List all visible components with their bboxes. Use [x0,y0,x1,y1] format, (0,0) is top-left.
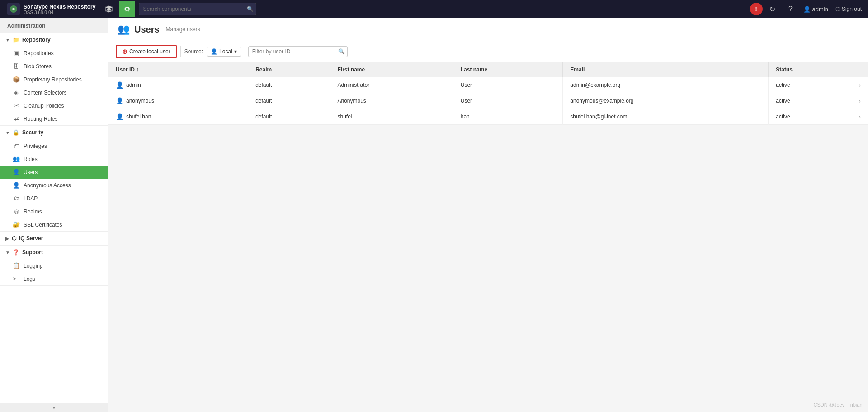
content-area: 👥 Users Manage users ⊕ Create local user… [108,18,868,412]
refresh-icon-btn[interactable]: ↻ [764,1,781,17]
cell-realm: default [248,77,330,93]
cell-user-id: 👤 admin [108,77,248,93]
caret-iq: ▶ [5,236,9,241]
row-user-icon: 👤 [116,97,123,104]
sidebar-item-ssl-certificates[interactable]: 🔐 SSL Certificates [0,218,108,231]
table-row[interactable]: 👤 shufei.han default shufei han shufei.h… [108,109,868,125]
topnav-right: ! ↻ ? 👤 admin ⬡ Sign out [750,1,864,17]
col-first-name[interactable]: First name [330,62,453,77]
cell-status: active [769,77,851,93]
source-user-icon: 👤 [211,48,217,55]
topnav: Sonatype Nexus Repository OSS 3.68.0-04 … [0,0,868,18]
col-action [851,62,868,77]
security-group-icon: 🔒 [13,129,19,136]
col-realm[interactable]: Realm [248,62,330,77]
cleanup-icon: ✂ [13,102,20,109]
brand-icon [7,3,20,15]
sidebar-group-label-repository: Repository [22,37,51,43]
cell-row-arrow[interactable]: › [851,77,868,93]
source-value: Local [219,48,232,55]
sidebar-item-repositories[interactable]: ▣ Repositories [0,47,108,60]
search-bar: 🔍 [139,3,256,15]
signout-icon: ⬡ [835,6,840,12]
cell-first-name: Anonymous [330,93,453,109]
sidebar-item-proprietary-repos[interactable]: 📦 Proprietary Repositories [0,73,108,86]
create-local-user-button[interactable]: ⊕ Create local user [116,45,177,58]
search-input[interactable] [139,3,256,15]
sidebar-item-ldap[interactable]: 🗂 LDAP [0,192,108,205]
table-row[interactable]: 👤 admin default Administrator User admin… [108,77,868,93]
sidebar-group-repository[interactable]: ▼ 📁 Repository [0,33,108,47]
sidebar-item-label-blob-stores: Blob Stores [24,63,52,70]
cell-status: active [769,93,851,109]
sidebar-item-logs[interactable]: >_ Logs [0,272,108,285]
sidebar-section-support: ▼ ❓ Support 📋 Logging >_ Logs [0,246,108,286]
sidebar-item-blob-stores[interactable]: 🗄 Blob Stores [0,60,108,73]
source-label: Source: [184,48,203,55]
sidebar-group-support[interactable]: ▼ ❓ Support [0,246,108,259]
filter-wrap: 🔍 [248,46,348,57]
roles-icon: 👥 [13,156,20,162]
app-subtitle: OSS 3.68.0-04 [24,10,95,15]
cell-first-name: shufei [330,109,453,125]
realms-icon: ◎ [13,208,20,215]
sidebar-admin-header: Administration [0,18,108,33]
filter-input[interactable] [248,46,348,57]
col-last-name[interactable]: Last name [453,62,563,77]
sidebar-item-anonymous-access[interactable]: 👤 Anonymous Access [0,179,108,192]
page-icon: 👥 [118,24,130,35]
cell-row-arrow[interactable]: › [851,109,868,125]
cell-realm: default [248,93,330,109]
caret-support: ▼ [5,250,10,255]
settings-icon-btn[interactable]: ⚙ [119,1,135,17]
sidebar-section-iq: ▶ ⬡ IQ Server [0,232,108,246]
cell-email: admin@example.org [563,77,769,93]
cell-last-name: User [453,77,563,93]
signout-btn[interactable]: ⬡ Sign out [833,4,864,14]
caret-repository: ▼ [5,38,10,43]
table-row[interactable]: 👤 anonymous default Anonymous User anony… [108,93,868,109]
sidebar-group-security[interactable]: ▼ 🔒 Security [0,126,108,139]
alert-icon-btn[interactable]: ! [750,3,763,15]
sidebar-item-logging[interactable]: 📋 Logging [0,259,108,272]
sidebar-item-users[interactable]: 👤 Users [0,166,108,179]
cell-first-name: Administrator [330,77,453,93]
source-select[interactable]: 👤 Local ▾ [207,47,241,57]
sidebar-group-iq[interactable]: ▶ ⬡ IQ Server [0,232,108,245]
sidebar-item-label-ssl-certificates: SSL Certificates [24,222,62,228]
sidebar-item-label-roles: Roles [24,156,38,162]
create-button-label: Create local user [129,48,170,55]
col-email[interactable]: Email [563,62,769,77]
sidebar-item-content-selectors[interactable]: ◈ Content Selectors [0,86,108,99]
sidebar-group-label-support: Support [22,249,43,256]
sidebar-item-privileges[interactable]: 🏷 Privileges [0,139,108,152]
filter-search-icon: 🔍 [338,48,345,55]
user-menu[interactable]: 👤 admin [801,4,831,14]
sidebar-item-label-repositories: Repositories [24,50,54,57]
user-icon: 👤 [803,6,811,13]
cell-row-arrow[interactable]: › [851,93,868,109]
cell-email: anonymous@example.org [563,93,769,109]
sidebar-item-cleanup-policies[interactable]: ✂ Cleanup Policies [0,99,108,112]
sidebar-item-roles[interactable]: 👥 Roles [0,152,108,166]
search-icon: 🔍 [247,6,254,12]
col-user-id[interactable]: User ID ↑ [108,62,248,77]
sidebar-item-realms[interactable]: ◎ Realms [0,205,108,218]
toolbar-divider [180,46,181,57]
sidebar-item-label-users: Users [24,169,38,175]
sidebar-item-label-cleanup-policies: Cleanup Policies [24,103,64,109]
toolbar: ⊕ Create local user Source: 👤 Local ▾ 🔍 [108,41,868,62]
sidebar-item-label-content-selectors: Content Selectors [24,90,66,96]
anonymous-icon: 👤 [13,182,20,189]
folder-icon: 📁 [13,37,19,43]
packages-icon-btn[interactable] [101,1,117,17]
sidebar-item-label-anonymous-access: Anonymous Access [24,182,71,189]
sidebar-item-routing-rules[interactable]: ⇄ Routing Rules [0,112,108,125]
table-header-row: User ID ↑ Realm First name Last name Ema… [108,62,868,77]
help-icon-btn[interactable]: ? [783,1,799,17]
row-user-icon: 👤 [116,113,123,120]
users-table: User ID ↑ Realm First name Last name Ema… [108,62,868,125]
col-status[interactable]: Status [769,62,851,77]
user-id-value: admin [126,82,141,88]
sidebar-scroll-down[interactable]: ▼ [0,403,108,412]
